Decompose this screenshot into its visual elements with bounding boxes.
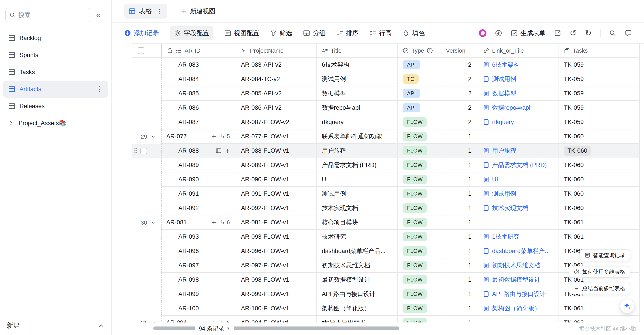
- cell-title[interactable]: 数据模型: [317, 86, 398, 101]
- cell-project-name[interactable]: AR-092-FLOW-v1: [236, 201, 317, 215]
- add-record-button[interactable]: 添加记录: [124, 29, 159, 37]
- cell-title[interactable]: zip导入导出需求: [317, 316, 398, 322]
- toolbar-filter-button[interactable]: 筛选: [270, 29, 292, 37]
- toolbar-sort-button[interactable]: 排序: [336, 29, 358, 37]
- task-ref[interactable]: TK-061: [564, 233, 584, 240]
- collapse-group-icon[interactable]: [150, 219, 156, 226]
- comment-button[interactable]: [625, 30, 632, 37]
- cell-version[interactable]: 2: [441, 115, 478, 129]
- cell-title[interactable]: 架构图（简化版）: [317, 301, 398, 316]
- column-header-version[interactable]: Version: [441, 44, 478, 58]
- chevron-up-icon[interactable]: [98, 322, 105, 329]
- column-header-link-or-file[interactable]: Link_or_File: [478, 44, 559, 58]
- cell-version[interactable]: 1: [441, 158, 478, 172]
- cell-version[interactable]: 1: [441, 187, 478, 201]
- file-link[interactable]: 测试用例: [483, 75, 516, 83]
- cell-title[interactable]: 测试用例: [317, 72, 398, 86]
- cell-tasks[interactable]: TK-059: [559, 58, 640, 72]
- toolbar-fill-color-button[interactable]: 填色: [402, 29, 425, 37]
- toolbar-view-config-button[interactable]: 视图配置: [224, 29, 259, 37]
- cell-type[interactable]: API: [398, 58, 441, 72]
- table-row[interactable]: AR-084AR-084-TC-v2测试用例TC2测试用例TK-059: [132, 72, 644, 86]
- file-link[interactable]: 数据模型: [483, 89, 516, 97]
- table-row[interactable]: AR-087AR-087-FLOW-v2rtkqueryFLOW2rtkquer…: [132, 115, 644, 129]
- column-header-type[interactable]: Type: [398, 44, 441, 58]
- subrecord-count[interactable]: 5: [220, 319, 230, 322]
- caret-right-icon[interactable]: [8, 120, 14, 126]
- cell-project-name[interactable]: AR-097-FLOW-v1: [236, 258, 317, 273]
- row-gutter[interactable]: [132, 172, 162, 187]
- cell-project-name[interactable]: AR-091-FLOW-v1: [236, 187, 317, 201]
- task-ref[interactable]: TK-059: [564, 104, 584, 111]
- cell-type[interactable]: FLOW: [398, 287, 441, 301]
- sidebar-item-releases[interactable]: Releases: [3, 98, 108, 115]
- redo-button[interactable]: ↻: [585, 29, 592, 37]
- task-ref[interactable]: TK-060: [564, 176, 584, 183]
- cell-ar-id[interactable]: AR-084: [162, 72, 236, 86]
- cell-version[interactable]: 1: [441, 258, 478, 273]
- task-ref[interactable]: TK-060: [564, 146, 591, 156]
- file-link[interactable]: 架构图（简化版）: [483, 304, 540, 312]
- item-menu-icon[interactable]: ⋮: [96, 85, 103, 93]
- cell-version[interactable]: 2: [441, 72, 478, 86]
- file-link[interactable]: 1技术研究: [483, 233, 520, 241]
- row-gutter[interactable]: 29: [132, 129, 162, 144]
- cell-project-name[interactable]: AR-086-API-v2: [236, 101, 317, 115]
- cell-type[interactable]: FLOW: [398, 316, 441, 322]
- cell-link-or-file[interactable]: dashboard菜单栏产...: [478, 244, 559, 258]
- cell-type[interactable]: FLOW: [398, 230, 441, 244]
- cell-tasks[interactable]: TK-059: [559, 101, 640, 115]
- cell-title[interactable]: 测试用例: [317, 187, 398, 201]
- cell-title[interactable]: 用户旅程: [317, 144, 398, 158]
- row-gutter[interactable]: ⠿: [132, 144, 162, 158]
- add-subrecord-button[interactable]: +: [212, 133, 216, 140]
- cell-title[interactable]: 初期技术思维文档: [317, 258, 398, 273]
- generate-form-button[interactable]: 生成表单: [511, 29, 546, 37]
- cell-version[interactable]: 1: [441, 230, 478, 244]
- search-input[interactable]: [18, 12, 86, 19]
- cell-ar-id[interactable]: AR-100: [162, 301, 236, 316]
- cell-ar-id[interactable]: AR-099: [162, 287, 236, 301]
- cell-project-name[interactable]: AR-094-FLOW-v1: [236, 316, 317, 322]
- cell-version[interactable]: 1: [441, 273, 478, 287]
- cell-link-or-file[interactable]: 产品需求文档 (PRD): [478, 158, 559, 172]
- cell-project-name[interactable]: AR-100-FLOW-v1: [236, 301, 317, 316]
- new-view-button[interactable]: 新建视图: [180, 7, 215, 16]
- table-row[interactable]: 29AR-077+5AR-077-FLOW-v1联系表单邮件通知功能FLOW1T…: [132, 129, 644, 144]
- cell-title[interactable]: 产品需求文档 (PRD): [317, 158, 398, 172]
- cell-link-or-file[interactable]: 测试用例: [478, 187, 559, 201]
- task-ref[interactable]: TK-061: [564, 305, 584, 312]
- cell-title[interactable]: 6技术架构: [317, 58, 398, 72]
- toolbar-gear-button[interactable]: 字段配置: [170, 26, 214, 40]
- sidebar-item-artifacts[interactable]: Artifacts⋮: [3, 81, 108, 98]
- cell-project-name[interactable]: AR-089-FLOW-v1: [236, 158, 317, 172]
- cell-version[interactable]: 1: [441, 244, 478, 258]
- add-subrecord-button[interactable]: +: [212, 219, 216, 226]
- cell-version[interactable]: 1: [441, 129, 478, 144]
- file-link[interactable]: 最初数据模型设计: [483, 276, 540, 284]
- assistant-help-button[interactable]: 如何使用多维表格: [569, 266, 630, 278]
- new-button[interactable]: 新建: [7, 321, 20, 330]
- cell-type[interactable]: FLOW: [398, 301, 441, 316]
- task-ref[interactable]: TK-060: [564, 205, 584, 212]
- task-ref[interactable]: TK-059: [564, 90, 584, 97]
- share-button[interactable]: [554, 30, 561, 37]
- task-ref[interactable]: TK-059: [564, 61, 584, 68]
- cell-type[interactable]: FLOW: [398, 244, 441, 258]
- cell-project-name[interactable]: AR-083-API-v2: [236, 58, 317, 72]
- row-gutter[interactable]: [132, 86, 162, 101]
- table-row[interactable]: 31AR-094+5AR-094-FLOW-v1zip导入导出需求FLOW1TK…: [132, 316, 644, 322]
- row-gutter[interactable]: [132, 230, 162, 244]
- table-row[interactable]: AR-085AR-085-API-v2数据模型API2数据模型TK-059: [132, 86, 644, 101]
- table-row[interactable]: AR-091AR-091-FLOW-v1测试用例FLOW1测试用例TK-060: [132, 187, 644, 201]
- table-row[interactable]: AR-093AR-093-FLOW-v1技术研究FLOW11技术研究TK-061: [132, 230, 644, 244]
- row-gutter[interactable]: [132, 201, 162, 215]
- cell-tasks[interactable]: TK-060: [559, 187, 640, 201]
- row-gutter[interactable]: [132, 72, 162, 86]
- sidebar-item-sprints[interactable]: Sprints: [3, 47, 108, 64]
- cell-project-name[interactable]: AR-098-FLOW-v1: [236, 273, 317, 287]
- cell-ar-id[interactable]: AR-085: [162, 86, 236, 101]
- row-gutter[interactable]: [132, 287, 162, 301]
- table-row[interactable]: AR-083AR-083-API-v26技术架构API26技术架构TK-059: [132, 58, 644, 72]
- add-record-inline-button[interactable]: +: [225, 147, 230, 155]
